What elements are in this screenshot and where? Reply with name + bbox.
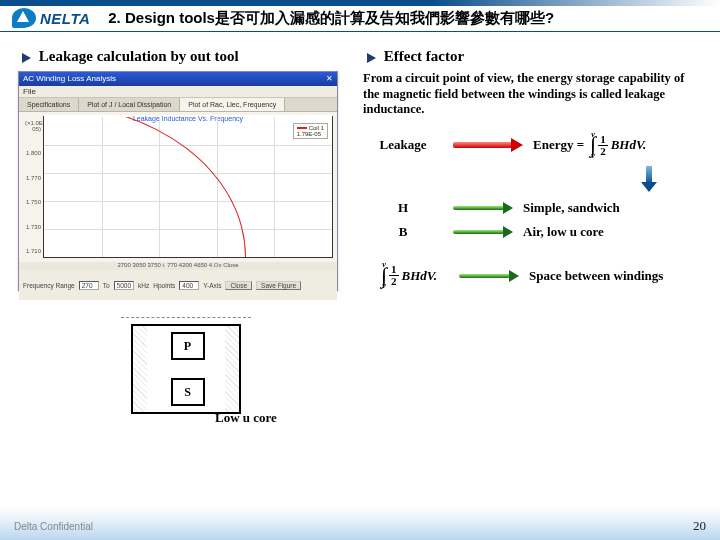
app-titlebar: AC Winding Loss Analysis ✕ — [19, 72, 337, 86]
legend-value: 1.79E-05 — [297, 131, 321, 137]
label-low-u-core: Low u core — [215, 410, 277, 426]
ytick: 1.750 — [25, 199, 41, 205]
delta-logo-icon — [12, 8, 36, 28]
arrow-green-icon — [459, 272, 519, 280]
core-window-left — [147, 326, 171, 412]
slide-title: 2. Design tools是否可加入漏感的計算及告知我們影響參數有哪些? — [108, 9, 554, 28]
arrow-blue-down-icon — [643, 166, 655, 192]
freq-range-label: Frequency Range — [23, 282, 75, 289]
app-window: AC Winding Loss Analysis ✕ File Specific… — [18, 71, 338, 291]
plot-canvas: Leakage Inductance Vs. Frequency Coil 1 … — [43, 116, 333, 258]
ytick: 1.770 — [25, 175, 41, 181]
page-number: 20 — [693, 518, 706, 534]
row-b: B Air, low u core — [363, 224, 702, 240]
close-button[interactable]: Close — [225, 281, 252, 290]
bullet-triangle-icon — [22, 53, 31, 63]
right-section-heading: Effect factor — [367, 48, 702, 65]
formula-body: BHdV. — [611, 137, 647, 153]
plot-legend: Coil 1 1.79E-05 — [293, 123, 328, 139]
integral-icon: v∫v — [590, 132, 596, 159]
ytick: 1.710 — [25, 248, 41, 254]
tab-specifications[interactable]: Specifications — [19, 98, 79, 111]
ytick: 1.730 — [25, 224, 41, 230]
arrow-green-icon — [453, 228, 513, 236]
y-unit: (×1.0E-05) — [25, 120, 41, 132]
header-row: NELTA 2. Design tools是否可加入漏感的計算及告知我們影響參數… — [0, 6, 720, 28]
hpoints-label: Hpoints — [153, 282, 175, 289]
fraction: 12 — [598, 134, 608, 157]
left-heading-text: Leakage calculation by out tool — [39, 48, 239, 64]
app-tabs: Specifications Plot of J / Local Dissipa… — [19, 98, 337, 112]
row-integral-space: v∫v 12 BHdV. Space between windings — [363, 262, 702, 289]
footer-gradient — [0, 506, 720, 540]
close-icon[interactable]: ✕ — [326, 72, 333, 86]
arrow-red-icon — [453, 140, 523, 150]
app-menubar[interactable]: File — [19, 86, 337, 98]
app-title-text: AC Winding Loss Analysis — [23, 72, 116, 86]
secondary-winding-box: S — [171, 378, 205, 406]
app-input-row: Frequency Range 270 To 5000 kHz Hpoints … — [19, 270, 337, 300]
logo-text: NELTA — [40, 10, 90, 27]
bullet-triangle-icon — [367, 53, 376, 63]
save-figure-button[interactable]: Save Figure — [256, 281, 301, 290]
frac-den: 2 — [391, 276, 397, 287]
frac-num: 1 — [598, 134, 608, 146]
row-leakage-energy: Leakage Energy = v∫v 12 BHdV. — [363, 132, 702, 159]
row-down-arrow — [613, 166, 702, 192]
core-outline: P S — [131, 324, 241, 414]
plot-area: (×1.0E-05) 1.800 1.770 1.750 1.730 1.710… — [19, 112, 337, 262]
unit-label: kHz — [138, 282, 149, 289]
label-energy: Energy = — [533, 137, 584, 153]
formula-body: BHdV. — [402, 268, 438, 284]
frac-den: 2 — [600, 146, 606, 157]
freq-from-input[interactable]: 270 — [79, 281, 99, 290]
label-leakage: Leakage — [363, 137, 443, 153]
energy-formula: v∫v 12 BHdV. — [590, 132, 646, 159]
confidential-label: Delta Confidential — [14, 521, 93, 532]
tab-plot-j[interactable]: Plot of J / Local Dissipation — [79, 98, 180, 111]
tab-plot-rac[interactable]: Plot of Rac, Llec, Frequency — [180, 98, 285, 111]
ytick: 1.800 — [25, 150, 41, 156]
label-air: Air, low u core — [523, 224, 702, 240]
row-h: H Simple, sandwich — [363, 200, 702, 216]
label-b: B — [363, 224, 443, 240]
x-axis-ticks: 2700 3050 3750 i. 770 4200 4650 4.Ox Clo… — [19, 262, 337, 270]
fraction: 12 — [389, 264, 399, 287]
leakage-curve — [44, 117, 246, 257]
y-axis-ticks: (×1.0E-05) 1.800 1.770 1.750 1.730 1.710 — [23, 116, 43, 258]
right-heading-text: Effect factor — [384, 48, 464, 64]
yaxis-label: Y-Axis — [203, 282, 221, 289]
arrow-green-icon — [453, 204, 513, 212]
to-label: To — [103, 282, 110, 289]
effect-paragraph: From a circuit point of view, the energy… — [363, 71, 702, 118]
legend-swatch-icon — [297, 127, 307, 129]
freq-to-input[interactable]: 5000 — [114, 281, 134, 290]
label-space: Space between windings — [529, 268, 702, 284]
label-h: H — [363, 200, 443, 216]
hpoints-input[interactable]: 400 — [179, 281, 199, 290]
integral-icon: v∫v — [381, 262, 387, 289]
left-section-heading: Leakage calculation by out tool — [22, 48, 353, 65]
primary-winding-box: P — [171, 332, 205, 360]
integral-formula-2: v∫v 12 BHdV. — [369, 262, 449, 289]
label-simple: Simple, sandwich — [523, 200, 702, 216]
